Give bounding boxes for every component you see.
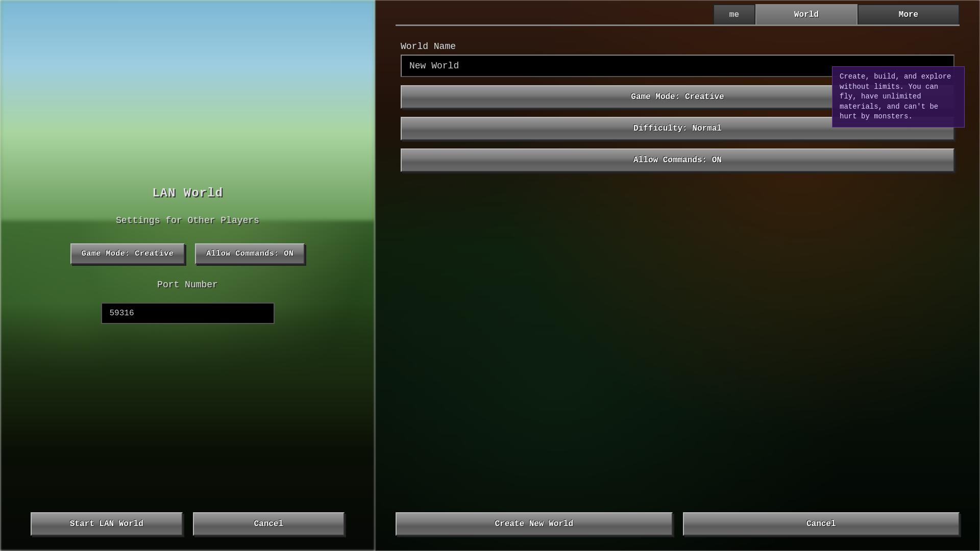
right-content: me World More World Name Game Mode: Crea…	[375, 0, 980, 551]
tab-game[interactable]: me	[713, 4, 755, 24]
right-bottom-buttons: Create New World Cancel	[396, 512, 960, 536]
left-panel: LAN World Settings for Other Players Gam…	[0, 0, 375, 551]
tab-world[interactable]: World	[755, 4, 857, 24]
world-name-label: World Name	[401, 41, 954, 52]
left-bottom-buttons: Start LAN World Cancel	[0, 512, 375, 536]
right-game-mode-button[interactable]: Game Mode: Creative	[401, 85, 954, 109]
allow-commands-button[interactable]: Allow Commands: ON	[195, 243, 305, 264]
game-mode-button[interactable]: Game Mode: Creative	[70, 243, 185, 264]
world-name-input[interactable]	[401, 55, 954, 77]
port-input[interactable]	[101, 303, 275, 324]
right-panel: me World More World Name Game Mode: Crea…	[375, 0, 980, 551]
start-lan-button[interactable]: Start LAN World	[31, 512, 183, 536]
right-allow-commands-button[interactable]: Allow Commands: ON	[401, 148, 954, 172]
settings-buttons-row: Game Mode: Creative Allow Commands: ON	[31, 243, 345, 264]
world-name-field: World Name	[401, 41, 954, 77]
lan-world-title: LAN World	[152, 186, 223, 200]
port-label: Port Number	[157, 280, 218, 290]
tab-more[interactable]: More	[857, 4, 960, 24]
create-new-world-button[interactable]: Create New World	[396, 512, 673, 536]
world-form: World Name Game Mode: Creative Create, b…	[396, 26, 960, 551]
difficulty-button[interactable]: Difficulty: Normal	[401, 117, 954, 140]
game-mode-container: Game Mode: Creative Create, build, and e…	[401, 85, 954, 109]
settings-subtitle: Settings for Other Players	[116, 215, 259, 226]
right-cancel-button[interactable]: Cancel	[683, 512, 960, 536]
tabs-row: me World More	[396, 0, 960, 24]
left-cancel-button[interactable]: Cancel	[193, 512, 345, 536]
left-content: LAN World Settings for Other Players Gam…	[0, 186, 375, 324]
